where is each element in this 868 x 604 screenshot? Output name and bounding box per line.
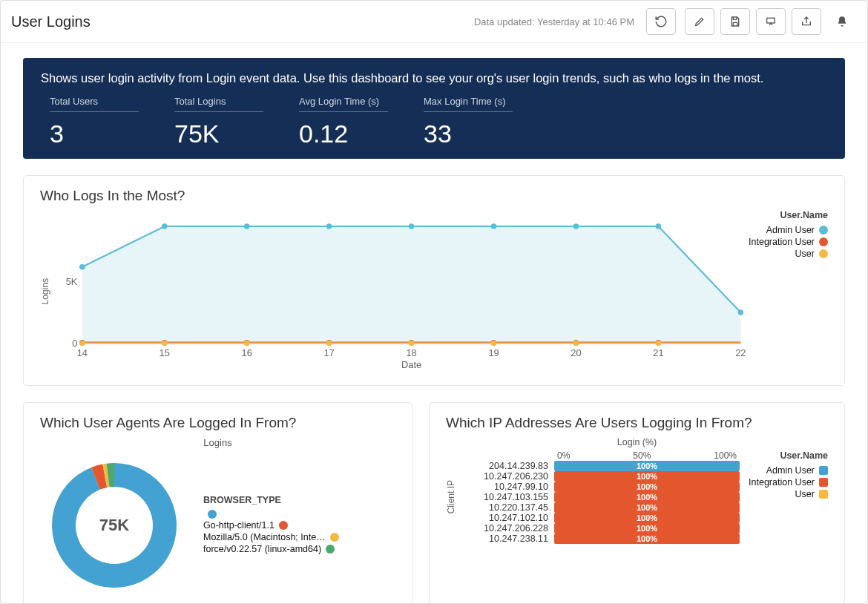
legend-title: User.Name [749,210,828,220]
ip-ytitle: Client IP [446,480,456,513]
legend-item[interactable]: Mozilla/5.0 (Macintosh; Inte… [203,532,339,542]
kpi-2: Avg Login Time (s) 0.12 [290,96,397,148]
ip-card: Which IP Addresses Are Users Logging In … [429,402,845,604]
kpi-value: 0.12 [299,119,388,148]
agents-title: Which User Agents Are Logged In From? [40,415,395,431]
svg-point-36 [491,341,496,346]
agents-donut[interactable]: 75K [40,451,188,600]
kpi-label: Total Logins [174,96,263,112]
svg-point-19 [491,223,496,229]
kpi-value: 33 [424,119,513,148]
updated-text: Data updated: Yesterday at 10:46 PM [474,16,634,27]
svg-point-37 [573,341,579,346]
ip-row[interactable]: 10.247.238.11 100% [465,534,740,544]
legend-item[interactable]: Admin User [749,465,828,476]
svg-text:18: 18 [406,347,416,358]
ip-label: 10.247.238.11 [465,534,554,544]
ip-label: 10.247.102.10 [465,513,554,523]
line-ylabel: Logins [40,278,50,304]
refresh-button[interactable] [646,8,676,35]
ip-label: 10.247.206.230 [465,471,554,482]
ip-label: 10.247.206.228 [465,523,554,534]
legend-title: BROWSER_TYPE [203,495,339,505]
legend-item[interactable]: force/v0.22.57 (linux-amd64) [203,544,339,554]
page-title: User Logins [11,13,91,30]
legend-item[interactable]: Admin User [749,225,828,235]
kpi-value: 3 [50,119,139,148]
ip-xtitle: Login (%) [446,437,828,447]
save-icon [729,16,741,27]
kpi-1: Total Logins 75K [165,96,272,148]
kpi-value: 75K [174,119,263,148]
header-bar: User Logins Data updated: Yesterday at 1… [1,1,867,43]
who-logs-legend: User.Name Admin UserIntegration UserUser [749,210,828,373]
refresh-icon [654,15,668,28]
legend-item[interactable]: Go-http-client/1.1 [203,520,339,531]
edit-button[interactable] [685,8,714,35]
legend-item[interactable]: Integration User [749,477,828,488]
svg-point-21 [656,223,661,229]
ip-title: Which IP Addresses Are Users Logging In … [446,415,828,431]
ip-row[interactable]: 10.247.99.10 100% [465,482,740,492]
legend-item[interactable]: User [749,249,828,259]
donut-center: 75K [40,451,188,600]
svg-text:14: 14 [77,347,88,358]
svg-point-20 [573,223,579,229]
hero-banner: Shows user login activity from Login eve… [23,58,845,159]
legend-item[interactable] [203,510,339,519]
who-logs-chart[interactable]: 05K141516171819202122Date [50,210,749,373]
ip-row[interactable]: 10.247.102.10 100% [465,513,740,523]
notify-button[interactable] [827,8,857,35]
present-icon [765,16,777,27]
save-button[interactable] [720,8,750,35]
ip-row[interactable]: 10.247.103.155 100% [465,492,740,502]
ip-label: 10.247.99.10 [465,482,554,492]
svg-point-35 [409,341,414,346]
tick: 0% [557,450,570,461]
ip-row[interactable]: 10.247.206.230 100% [465,471,740,482]
who-logs-title: Who Logs In the Most? [40,188,828,204]
legend-item[interactable]: User [749,489,828,499]
kpi-0: Total Users 3 [41,96,148,148]
svg-point-17 [326,223,332,229]
hero-description: Shows user login activity from Login eve… [41,71,827,85]
svg-point-15 [162,223,167,229]
ip-row[interactable]: 204.14.239.83 100% [465,461,740,471]
edit-icon [694,16,706,27]
svg-point-18 [409,223,414,229]
svg-text:22: 22 [735,347,746,358]
share-icon [800,16,812,27]
tick: 100% [714,450,737,461]
ip-bars[interactable]: 204.14.239.83 100% 10.247.206.230 100% 1… [465,461,740,544]
svg-point-33 [244,341,249,346]
svg-text:Date: Date [401,359,421,370]
ip-row[interactable]: 10.220.137.45 100% [465,502,740,513]
bell-icon [836,16,848,27]
svg-text:19: 19 [488,347,499,358]
who-logs-card: Who Logs In the Most? Logins 05K14151617… [23,175,845,386]
share-button[interactable] [792,8,821,35]
svg-point-31 [79,341,85,346]
legend-title: User.Name [749,450,828,461]
ip-legend: User.Name Admin UserIntegration UserUser [749,450,828,544]
svg-point-34 [326,341,332,346]
agents-legend: BROWSER_TYPE Go-http-client/1.1Mozilla/5… [203,495,339,556]
svg-point-14 [79,264,85,269]
kpi-label: Total Users [50,96,139,112]
donut-title: Logins [40,437,395,448]
ip-label: 10.247.103.155 [465,492,554,502]
kpi-3: Max Login Time (s) 33 [415,96,522,148]
user-agents-card: Which User Agents Are Logged In From? Lo… [23,402,412,604]
ip-row[interactable]: 10.247.206.228 100% [465,523,740,534]
svg-text:5K: 5K [66,276,78,287]
svg-point-38 [656,341,661,346]
present-button[interactable] [756,8,786,35]
legend-item[interactable]: Integration User [749,237,828,247]
kpi-label: Avg Login Time (s) [299,96,388,112]
svg-point-16 [244,223,249,229]
svg-text:15: 15 [160,347,170,358]
kpi-label: Max Login Time (s) [424,96,513,112]
ip-label: 204.14.239.83 [465,461,554,471]
ip-label: 10.220.137.45 [465,502,554,513]
svg-text:17: 17 [323,347,334,358]
